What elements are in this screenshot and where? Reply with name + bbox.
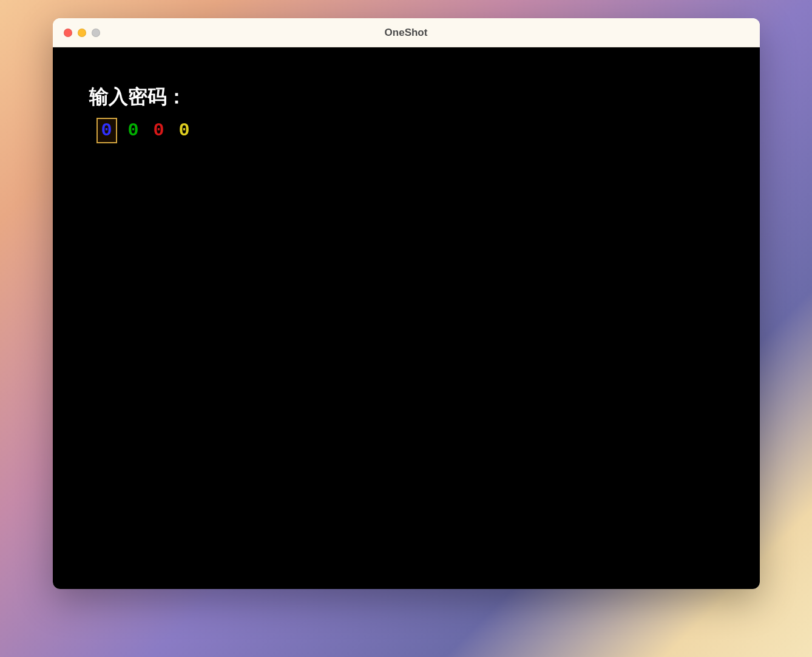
traffic-lights — [53, 29, 100, 37]
maximize-button[interactable] — [92, 29, 100, 37]
minimize-button[interactable] — [78, 29, 86, 37]
password-prompt: 输入密码： — [89, 84, 723, 111]
window-title: OneShot — [53, 27, 760, 39]
game-viewport[interactable]: 输入密码： 0 0 0 0 — [53, 47, 760, 589]
password-digit-1[interactable]: 0 — [124, 119, 143, 142]
titlebar: OneShot — [53, 18, 760, 47]
password-digit-0[interactable]: 0 — [96, 118, 117, 143]
password-digit-3[interactable]: 0 — [175, 119, 194, 142]
close-button[interactable] — [64, 29, 72, 37]
password-digits: 0 0 0 0 — [89, 118, 723, 143]
app-window: OneShot 输入密码： 0 0 0 0 — [53, 18, 760, 589]
password-digit-2[interactable]: 0 — [150, 119, 168, 142]
